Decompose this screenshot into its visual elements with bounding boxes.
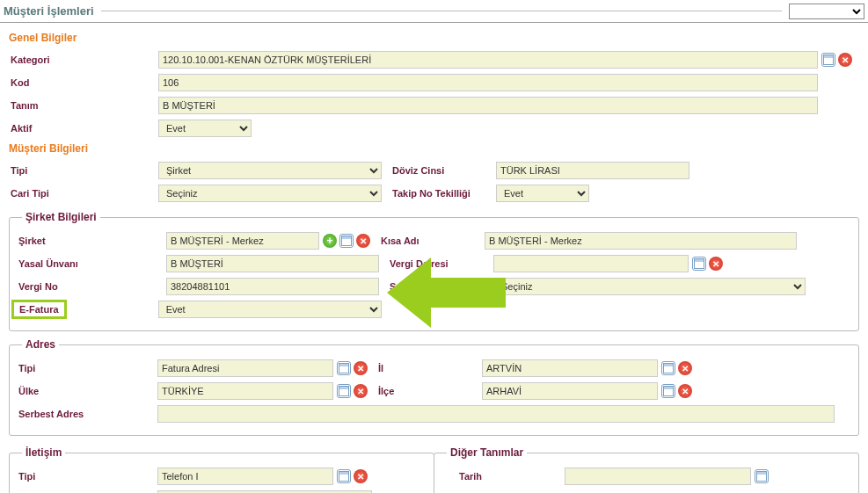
delete-icon[interactable] [356,234,370,248]
select-cari[interactable]: Seçiniz [158,185,382,202]
label-il-tipi: Tipi [17,471,157,482]
label-kisa: Kısa Adı [370,236,485,246]
label-doviz: Döviz Cinsi [382,165,496,176]
label-serbest: Serbest Adres [17,409,157,419]
legend-adres: Adres [22,338,59,351]
legend-sirket: Şirket Bilgileri [22,211,100,223]
input-ulke[interactable] [157,382,333,400]
legend-iletisim: İletişim [22,446,65,459]
input-il-tipi[interactable] [157,468,333,485]
svg-marker-0 [387,257,506,328]
input-tanim[interactable] [158,97,818,114]
label-yasal: Yasal Ünvanı [17,258,166,269]
calendar-icon[interactable] [337,361,351,375]
label-ilce: İlçe [368,386,482,396]
select-aktif[interactable]: Evet [158,120,252,137]
label-sirket: Şirket [17,236,166,246]
fieldset-adres: Adres Tipi İl Ülke İlçe [9,338,859,436]
label-adres-tipi: Tipi [17,363,157,373]
input-ilce[interactable] [482,382,658,400]
label-tarih: Tarih [441,471,565,482]
fieldset-diger: Diğer Tanımlar Tarih [434,446,859,493]
delete-icon[interactable] [354,361,368,375]
highlight-efatura: E-Fatura [11,300,67,319]
calendar-icon[interactable] [661,384,675,398]
header-select[interactable] [789,4,864,19]
input-kod[interactable] [158,74,818,91]
label-tanim: Tanım [9,100,158,111]
section-genel: Genel Bilgiler [9,32,859,44]
content: Genel Bilgiler Kategori Kod Tanım Aktif … [0,23,868,493]
label-ulke: Ülke [17,386,157,396]
select-efatura[interactable]: Evet [158,301,382,318]
page-title: Müşteri İşlemleri [4,4,94,18]
label-aktif: Aktif [9,123,158,134]
label-cari: Cari Tipi [9,188,158,199]
input-yasal[interactable] [166,255,379,272]
label-kod: Kod [9,77,158,88]
legend-diger: Diğer Tanımlar [447,446,527,459]
header-divider [101,11,782,11]
delete-icon[interactable] [678,384,692,398]
label-tipi: Tipi [9,165,158,176]
calendar-icon[interactable] [692,257,706,271]
calendar-icon[interactable] [337,469,351,483]
label-vergino: Vergi No [17,281,166,292]
calendar-icon[interactable] [661,361,675,375]
input-vd[interactable] [493,255,689,272]
label-efatura: E-Fatura [18,304,61,315]
select-sektor[interactable]: Seçiniz [493,278,806,295]
section-musteri: Müşteri Bilgileri [9,142,859,155]
delete-icon[interactable] [709,257,723,271]
input-serbest[interactable] [157,405,835,423]
label-kategori: Kategori [9,54,158,65]
add-icon[interactable] [323,234,337,248]
input-kategori[interactable] [158,51,818,69]
label-takip: Takip No Tekilliği [382,188,496,199]
annotation-arrow-icon [387,253,510,332]
select-takip[interactable]: Evet [496,185,589,202]
input-il[interactable] [482,359,658,377]
select-tipi[interactable]: Şirket [158,162,382,179]
fieldset-iletisim: İletişim Tipi İletişim Aktif Evet [9,446,434,493]
delete-icon[interactable] [838,53,852,67]
input-adres-tipi[interactable] [157,359,333,377]
input-tarih[interactable] [565,468,751,485]
input-doviz[interactable] [496,162,689,179]
label-il: İl [368,363,482,373]
delete-icon[interactable] [354,469,368,483]
input-vergino[interactable] [166,278,379,295]
delete-icon[interactable] [678,361,692,375]
input-kisa[interactable] [485,232,797,250]
calendar-icon[interactable] [339,234,354,248]
calendar-icon[interactable] [755,469,769,483]
delete-icon[interactable] [354,384,368,398]
input-sirket[interactable] [166,232,319,250]
header-bar: Müşteri İşlemleri [0,0,868,23]
calendar-icon[interactable] [821,53,835,67]
calendar-icon[interactable] [337,384,351,398]
